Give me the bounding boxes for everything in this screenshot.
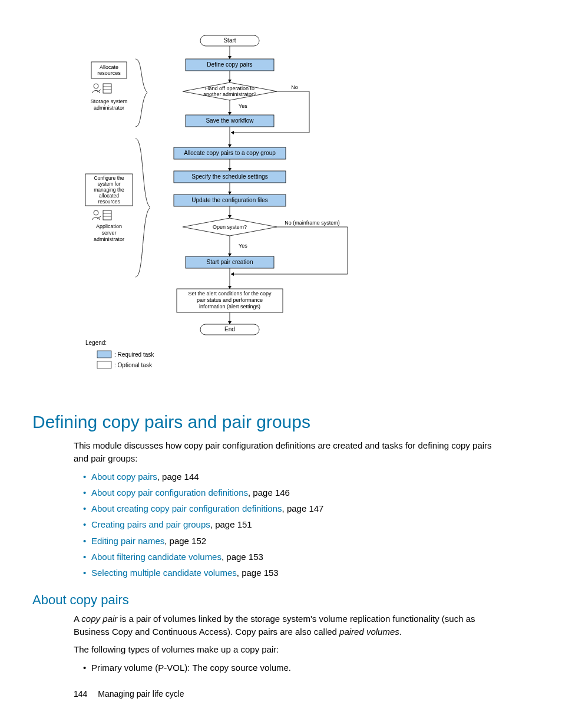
node-startpair: Start pair creation [207,259,253,265]
role1-l1: Allocate [100,64,118,70]
role2-l3: managing the [94,187,124,193]
section-heading: Defining copy pairs and pair groups [32,412,527,432]
svg-marker-16 [228,144,232,147]
link-filtering-candidates[interactable]: About filtering candidate volumes [91,552,222,562]
link-selecting-candidates[interactable]: Selecting multiple candidate volumes [91,568,237,578]
list-item: Primary volume (P-VOL): The copy source … [83,661,500,674]
svg-marker-29 [228,253,232,256]
node-start: Start [223,37,236,44]
svg-marker-22 [228,192,232,195]
node-alert-l3: information (alert settings) [199,304,260,309]
role1-cap-l2: administrator [94,105,124,111]
link-about-creating-config-defs[interactable]: About creating copy pair configuration d… [91,503,282,513]
link-suffix: , page 146 [248,487,290,498]
role2-l4: allocated [99,193,119,199]
node-alert-l1: Set the alert conditions for the copy [188,291,272,297]
page-number: 144 [74,689,87,699]
subsection-heading: About copy pairs [32,592,527,608]
link-about-config-defs[interactable]: About copy pair configuration definition… [91,487,248,498]
link-creating-pairs[interactable]: Creating pairs and pair groups [91,519,210,529]
legend-optional: : Optional task [114,362,153,368]
link-suffix: , page 144 [157,472,199,482]
role2-l1: Configure the [94,175,124,181]
volume-types-list: Primary volume (P-VOL): The copy source … [74,661,500,674]
role2-l2: system for [97,181,120,187]
svg-rect-48 [103,210,111,220]
role2-cap-l3: administrator [94,236,124,242]
link-suffix: , page 153 [222,552,263,562]
node-define: Define copy pairs [207,61,252,68]
link-editing-pair-names[interactable]: Editing pair names [91,536,164,546]
node-open: Open system? [213,224,247,230]
role2-cap-l2: server [101,230,116,236]
intro-paragraph: This module discusses how copy pair conf… [74,439,500,465]
node-alert-l2: pair status and performance [197,297,263,303]
link-suffix: , page 153 [237,568,279,578]
svg-point-47 [94,210,98,215]
topic-links-list: About copy pairs, page 144 About copy pa… [74,470,500,580]
svg-marker-5 [228,80,232,83]
flowchart-diagram: Start Define copy pairs Hand off operati… [77,32,395,394]
svg-marker-34 [231,272,234,276]
page-footer: 144 Managing pair life cycle [74,689,184,699]
link-suffix: , page 151 [210,519,252,529]
link-suffix: , page 147 [282,503,324,513]
label-handoff-no: No [291,84,298,90]
label-open-yes: Yes [239,243,247,249]
label-handoff-yes: Yes [239,103,247,109]
svg-marker-39 [228,321,232,324]
role2-l5: resources [98,199,120,205]
node-schedule: Specify the schedule settings [191,173,268,180]
node-handoff-l2: another administrator? [203,91,256,97]
label-open-no: No (mainframe system) [285,220,340,226]
svg-marker-9 [228,112,232,115]
node-update: Update the configuration files [191,197,268,203]
node-allocate: Allocate copy pairs to a copy group [184,150,276,156]
legend-required: : Required task [114,351,154,358]
svg-marker-19 [228,168,232,171]
role1-cap-l1: Storage system [91,98,128,104]
node-end: End [224,326,235,332]
svg-rect-52 [97,361,111,368]
svg-marker-2 [228,56,232,59]
link-about-copy-pairs[interactable]: About copy pairs [91,472,157,482]
about-copy-pairs-para1: A copy pair is a pair of volumes linked … [74,612,500,638]
svg-rect-51 [97,351,111,358]
legend-title: Legend: [85,340,107,346]
svg-point-42 [94,84,98,88]
footer-chapter-title: Managing pair life cycle [98,689,184,699]
svg-marker-25 [228,215,232,218]
link-suffix: , page 152 [164,536,206,546]
role2-cap-l1: Application [96,223,122,229]
about-copy-pairs-para2: The following types of volumes make up a… [74,643,500,656]
node-handoff-l1: Hand off operation to [205,85,254,91]
svg-marker-36 [228,286,232,289]
node-save: Save the workflow [206,117,254,124]
svg-rect-43 [103,84,111,93]
role1-l2: resources [97,70,121,76]
svg-marker-14 [231,131,234,134]
